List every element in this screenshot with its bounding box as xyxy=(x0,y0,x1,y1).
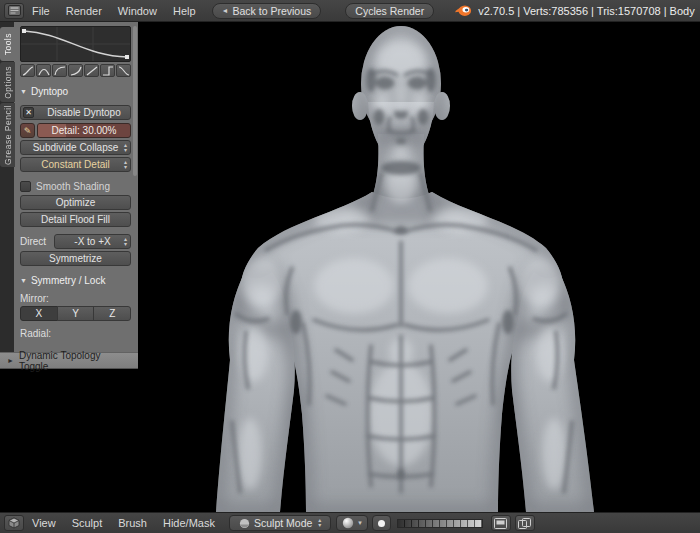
mirror-z-toggle[interactable]: Z xyxy=(93,306,131,321)
detail-type-select[interactable]: Constant Detail ▴▾ xyxy=(20,157,131,172)
detail-slider[interactable]: Detail: 30.00% xyxy=(37,123,131,138)
brush-falloff-curve[interactable] xyxy=(20,26,131,62)
mirror-x-toggle[interactable]: X xyxy=(20,306,58,321)
tab-tools[interactable]: Tools xyxy=(0,27,15,61)
detail-method-label: Subdivide Collapse xyxy=(33,142,119,153)
symmetrize-label: Symmetrize xyxy=(49,253,102,264)
back-to-previous-label: Back to Previous xyxy=(233,5,312,17)
detail-flood-fill-button[interactable]: Detail Flood Fill xyxy=(20,212,131,227)
optimize-label: Optimize xyxy=(56,197,95,208)
chevron-down-icon: ▾ xyxy=(358,519,362,527)
curve-preset-inverse[interactable] xyxy=(116,64,131,77)
curve-preset-root[interactable] xyxy=(52,64,67,77)
disable-dyntopo-button[interactable]: ✕ Disable Dyntopo xyxy=(20,105,131,120)
mirror-y-toggle[interactable]: Y xyxy=(57,306,95,321)
direction-row: Direct -X to +X ▴▾ xyxy=(20,234,131,249)
curve-preset-smooth[interactable] xyxy=(20,64,35,77)
direction-select[interactable]: -X to +X ▴▾ xyxy=(54,234,131,249)
detail-flood-fill-label: Detail Flood Fill xyxy=(41,214,110,225)
expanded-triangle-icon: ▼ xyxy=(20,277,27,284)
tool-shelf-tabs: Tools Options Grease Pencil xyxy=(0,22,14,352)
mirror-z-label: Z xyxy=(109,308,115,319)
render-engine-label: Cycles Render xyxy=(355,5,424,17)
shading-sphere-icon xyxy=(342,517,354,529)
screen-layout-button[interactable] xyxy=(491,515,511,531)
inverse-curve-icon xyxy=(118,66,130,76)
mode-select[interactable]: Sculpt Mode ▴▾ xyxy=(229,515,331,531)
window-duplicate-button[interactable] xyxy=(515,515,535,531)
mirror-x-label: X xyxy=(36,308,43,319)
optimize-button[interactable]: Optimize xyxy=(20,195,131,210)
top-menu-bar: File Render Window Help ◄ Back to Previo… xyxy=(0,0,700,22)
dynamic-topology-toggle-label: Dynamic Topology Toggle xyxy=(19,350,131,372)
menu-window[interactable]: Window xyxy=(110,0,165,21)
disable-dyntopo-label: Disable Dyntopo xyxy=(38,107,130,118)
curve-preset-linear[interactable] xyxy=(84,64,99,77)
detail-slider-row: ✎ Detail: 30.00% xyxy=(20,123,131,138)
smooth-shading-row: Smooth Shading xyxy=(20,181,131,192)
dyntopo-panel-title: Dyntopo xyxy=(31,86,68,97)
tab-grease-pencil[interactable]: Grease Pencil xyxy=(0,103,15,167)
editor-type-button-3dview[interactable] xyxy=(4,515,24,531)
curve-preset-sharp[interactable] xyxy=(68,64,83,77)
tab-options-label: Options xyxy=(3,66,13,99)
scene-stats: v2.70.5 | Verts:785356 | Tris:1570708 | … xyxy=(478,5,695,17)
sculpt-mode-icon xyxy=(239,518,250,529)
detail-method-select[interactable]: Subdivide Collapse ▴▾ xyxy=(20,140,131,155)
direction-label: Direct xyxy=(20,236,52,247)
close-icon: ✕ xyxy=(23,107,34,118)
menu-help[interactable]: Help xyxy=(165,0,204,21)
3d-view-editor-icon xyxy=(8,517,20,529)
sphere-curve-icon xyxy=(38,66,50,76)
tab-tools-label: Tools xyxy=(3,33,13,55)
tool-shelf: ▼ Dyntopo ✕ Disable Dyntopo ✎ Detail: 30… xyxy=(14,22,138,352)
menu-file[interactable]: File xyxy=(24,0,58,21)
menu-sculpt[interactable]: Sculpt xyxy=(64,513,111,533)
symmetrize-button[interactable]: Symmetrize xyxy=(20,251,131,266)
dynamic-topology-toggle-panel[interactable]: ► Dynamic Topology Toggle xyxy=(0,352,138,369)
editor-type-button[interactable] xyxy=(4,3,24,19)
updown-arrows-icon: ▴▾ xyxy=(124,143,127,153)
radial-label: Radial: xyxy=(20,328,131,339)
smooth-shading-label: Smooth Shading xyxy=(36,181,110,192)
smooth-curve-icon xyxy=(22,66,34,76)
blender-logo xyxy=(454,3,472,18)
blender-window: File Render Window Help ◄ Back to Previo… xyxy=(0,0,700,533)
falloff-curve-icon xyxy=(21,27,130,61)
root-curve-icon xyxy=(54,66,66,76)
shelf-scrollbar[interactable] xyxy=(133,26,137,176)
curve-preset-constant[interactable] xyxy=(100,64,115,77)
viewport-shading-button[interactable]: ▾ xyxy=(336,515,368,531)
dyntopo-panel-header[interactable]: ▼ Dyntopo xyxy=(20,86,131,97)
pencil-icon[interactable]: ✎ xyxy=(20,123,35,138)
detail-type-label: Constant Detail xyxy=(41,159,109,170)
back-to-previous-button[interactable]: ◄ Back to Previous xyxy=(212,3,322,19)
back-arrow-icon: ◄ xyxy=(222,7,229,14)
curve-preset-row xyxy=(20,64,131,77)
brush-color-button[interactable] xyxy=(372,515,391,531)
texture-gradient-strip[interactable] xyxy=(397,519,483,528)
collapsed-triangle-icon: ► xyxy=(7,357,14,364)
menu-viewport-view[interactable]: View xyxy=(24,513,64,533)
render-engine-select[interactable]: Cycles Render xyxy=(345,3,434,19)
overlapping-windows-icon xyxy=(518,518,531,529)
monitor-icon xyxy=(494,518,507,529)
smooth-shading-checkbox[interactable] xyxy=(20,181,31,192)
expanded-triangle-icon: ▼ xyxy=(20,88,27,95)
viewport-header-bar: View Sculpt Brush Hide/Mask Sculpt Mode … xyxy=(0,512,700,533)
detail-slider-label: Detail: 30.00% xyxy=(51,125,116,136)
updown-arrows-icon: ▴▾ xyxy=(124,160,127,170)
curve-preset-sphere[interactable] xyxy=(36,64,51,77)
updown-arrows-icon: ▴▾ xyxy=(318,518,321,528)
menu-brush[interactable]: Brush xyxy=(110,513,155,533)
menu-hide-mask[interactable]: Hide/Mask xyxy=(155,513,223,533)
symmetry-panel-header[interactable]: ▼ Symmetry / Lock xyxy=(20,275,131,286)
white-dot-icon xyxy=(378,520,385,527)
tab-grease-pencil-label: Grease Pencil xyxy=(3,105,13,165)
mirror-label: Mirror: xyxy=(20,293,131,304)
tab-options[interactable]: Options xyxy=(0,62,15,102)
mode-select-label: Sculpt Mode xyxy=(254,517,312,529)
mirror-axis-row: X Y Z xyxy=(20,306,131,321)
menu-render[interactable]: Render xyxy=(58,0,110,21)
symmetry-panel-title: Symmetry / Lock xyxy=(31,275,105,286)
